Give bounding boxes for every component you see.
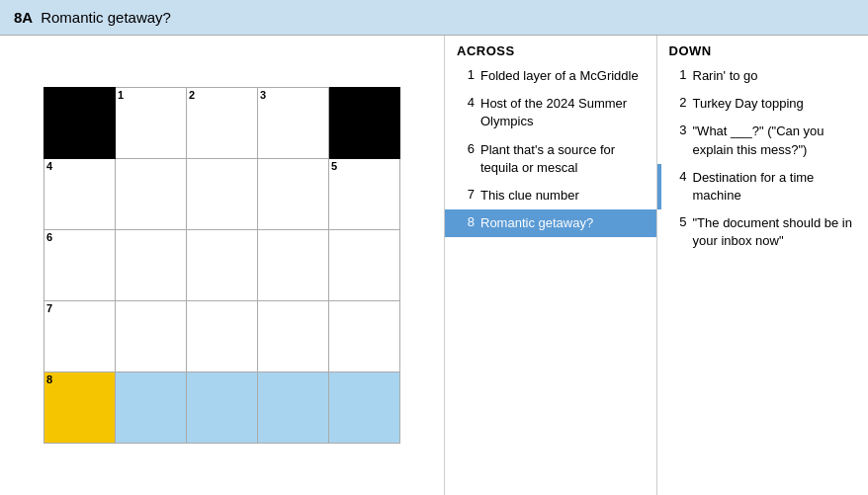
clue-text: This clue number [480,187,579,205]
across-clue-8[interactable]: 8 Romantic getaway? [445,209,656,237]
across-header: ACROSS [445,36,656,62]
across-clue-list: 1 Folded layer of a McGriddle 4 Host of … [445,62,656,495]
grid-cell-3-0[interactable]: 7 [44,301,116,372]
active-clue-text: Romantic getaway? [41,9,171,26]
down-clue-list: 1 Rarin' to go 2 Turkey Day topping 3 "W… [657,62,869,495]
grid-cell-2-1[interactable] [116,230,187,301]
main-content: 12345678 ACROSS 1 Folded layer of a McGr… [0,36,868,495]
across-clue-6[interactable]: 6 Plant that's a source for tequila or m… [445,136,656,182]
clue-num: 5 [669,214,687,229]
clue-num: 4 [457,95,475,110]
cell-number-4: 4 [46,161,52,172]
down-section: DOWN 1 Rarin' to go 2 Turkey Day topping… [657,36,869,495]
clue-text: Plant that's a source for tequila or mes… [480,141,645,177]
clue-text: Rarin' to go [693,67,758,85]
clue-text: Destination for a time machine [693,169,857,205]
grid-cell-1-3[interactable] [258,159,329,230]
grid-cell-3-4[interactable] [329,301,400,372]
clue-text: Folded layer of a McGriddle [480,67,639,85]
clue-text: "What ___?" ("Can you explain this mess?… [693,123,857,158]
grid-cell-4-0[interactable]: 8 [44,372,116,444]
clue-text: Romantic getaway? [480,214,593,232]
cell-number-5: 5 [331,161,337,172]
grid-cell-2-0[interactable]: 6 [44,230,116,301]
grid-cell-3-2[interactable] [187,301,258,372]
grid-cell-0-2[interactable]: 2 [187,88,258,159]
cell-number-1: 1 [118,90,124,101]
grid-cell-3-1[interactable] [116,301,187,372]
clue-num: 1 [457,67,475,82]
grid-cell-3-3[interactable] [258,301,329,372]
clue-text: Turkey Day topping [693,95,804,113]
grid-area: 12345678 [0,36,445,495]
grid-cell-0-0[interactable] [44,88,116,159]
grid-cell-2-4[interactable] [329,230,400,301]
cell-number-6: 6 [46,232,52,243]
down-clue-3[interactable]: 3 "What ___?" ("Can you explain this mes… [657,118,869,163]
grid-cell-0-1[interactable]: 1 [116,88,187,159]
across-clue-1[interactable]: 1 Folded layer of a McGriddle [445,62,656,90]
down-clue-indicator [657,164,661,209]
grid-cell-1-0[interactable]: 4 [44,159,116,230]
clue-num: 2 [669,95,687,110]
grid-cell-4-3[interactable] [258,372,329,444]
clue-num: 7 [457,187,475,202]
clue-num: 1 [669,67,687,82]
cell-number-2: 2 [189,90,195,101]
grid-cell-4-4[interactable] [329,372,400,444]
clue-num: 3 [669,123,687,137]
grid-cell-0-3[interactable]: 3 [258,88,329,159]
clues-area: ACROSS 1 Folded layer of a McGriddle 4 H… [445,36,868,495]
clue-text: "The document should be in your inbox no… [693,214,857,250]
cell-number-7: 7 [46,303,52,314]
clue-num: 8 [457,214,475,229]
crossword-grid: 12345678 [43,87,400,444]
across-section: ACROSS 1 Folded layer of a McGriddle 4 H… [445,36,656,495]
grid-cell-0-4[interactable] [329,88,400,159]
down-clue-4[interactable]: 4 Destination for a time machine [657,164,869,209]
cell-number-8: 8 [46,374,52,385]
down-clue-5[interactable]: 5 "The document should be in your inbox … [657,209,869,255]
grid-cell-1-1[interactable] [116,159,187,230]
grid-cell-4-1[interactable] [116,372,187,444]
clue-num: 6 [457,141,475,156]
grid-cell-2-3[interactable] [258,230,329,301]
down-header: DOWN [657,36,869,62]
clue-header: 8A Romantic getaway? [0,0,868,36]
grid-cell-1-2[interactable] [187,159,258,230]
grid-cell-1-4[interactable]: 5 [329,159,400,230]
grid-cell-4-2[interactable] [187,372,258,444]
clue-num: 4 [669,169,687,184]
down-clue-1[interactable]: 1 Rarin' to go [657,62,869,90]
across-clue-7[interactable]: 7 This clue number [445,182,656,209]
cell-number-3: 3 [260,90,266,101]
active-clue-number: 8A [14,9,33,26]
grid-cell-2-2[interactable] [187,230,258,301]
clue-text: Host of the 2024 Summer Olympics [480,95,645,130]
down-clue-2[interactable]: 2 Turkey Day topping [657,90,869,118]
across-clue-4[interactable]: 4 Host of the 2024 Summer Olympics [445,90,656,135]
